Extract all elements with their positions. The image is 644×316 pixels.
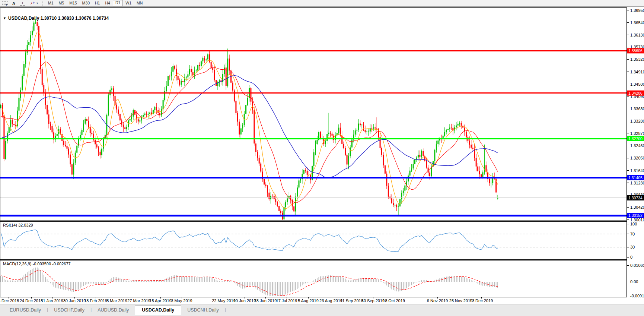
main-chart-panel[interactable] bbox=[0, 19, 627, 224]
timeframe-button-mn[interactable]: MN bbox=[134, 0, 145, 6]
date-tick-label: 5 Dec 2018 bbox=[0, 298, 19, 303]
tab-usdchf[interactable]: USDCHF,Daily bbox=[48, 306, 90, 315]
price-tick: 1.33280 bbox=[630, 119, 644, 123]
date-tick-label: 17 Jul 2019 bbox=[276, 298, 297, 303]
price-tag-label: 1.35606 bbox=[628, 48, 643, 53]
symbol-tabbar: EURUSD,Daily | USDCHF,Daily | AUDUSD,Dai… bbox=[0, 304, 644, 316]
text-icon: A bbox=[12, 1, 15, 6]
rsi-panel[interactable]: RSI(14) 32.0329 bbox=[0, 223, 627, 252]
tab-eurusd[interactable]: EURUSD,Daily bbox=[4, 306, 47, 315]
date-tick-label: 11 Jan 2019 bbox=[41, 298, 63, 303]
date-tick-label: 23 Aug 2019 bbox=[319, 298, 342, 303]
date-tick-label: 6 Nov 2019 bbox=[427, 298, 448, 303]
date-tick-label: 28 Jun 2019 bbox=[254, 298, 277, 303]
date-tick-label: 30 Jan 2019 bbox=[63, 298, 86, 303]
date-tick-label: 10 Jun 2019 bbox=[233, 298, 256, 303]
rsi-axis-tick: 0 bbox=[630, 255, 632, 259]
timeframe-button-w1[interactable]: W1 bbox=[123, 0, 134, 6]
timeframe-button-h1[interactable]: H1 bbox=[92, 0, 102, 6]
price-tag-label: 1.32700 bbox=[628, 136, 643, 141]
fibonacci-icon: F bbox=[2, 1, 8, 6]
price-tick: 1.35320 bbox=[630, 57, 644, 61]
price-tick: 1.31640 bbox=[630, 168, 644, 173]
tab-audusd[interactable]: AUDUSD,Daily bbox=[92, 306, 135, 315]
rsi-axis-tick: 100 bbox=[630, 222, 637, 226]
price-tick: 1.34500 bbox=[630, 82, 644, 86]
chart-dropdown-icon[interactable]: ▼ bbox=[3, 16, 6, 20]
price-tag-label: 1.31405 bbox=[628, 176, 643, 180]
timeframe-button-h4[interactable]: H4 bbox=[102, 0, 112, 6]
price-tick: 1.36950 bbox=[630, 8, 644, 13]
timeframe-button-m5[interactable]: M5 bbox=[56, 0, 67, 6]
date-tick-label: 11 Sep 2019 bbox=[340, 298, 363, 303]
label-icon: T bbox=[20, 1, 25, 6]
macd-axis-tick: -0.009181 bbox=[630, 294, 644, 297]
chart-title: ▼USDCAD,Daily 1.30710 1.30833 1.30676 1.… bbox=[3, 16, 109, 21]
price-tag-label: 1.30152 bbox=[628, 213, 643, 218]
label-tool-button[interactable]: T bbox=[17, 0, 28, 6]
arrows-icon bbox=[30, 1, 36, 6]
date-tick-label: 22 May 2019 bbox=[212, 298, 236, 303]
date-tick-label: 30 Sep 2019 bbox=[361, 298, 385, 303]
date-axis[interactable]: 5 Dec 201824 Dec 201811 Jan 201930 Jan 2… bbox=[0, 297, 644, 304]
timeframe-button-m15[interactable]: M15 bbox=[67, 0, 79, 6]
rsi-label: RSI(14) 32.0329 bbox=[3, 223, 33, 227]
date-tick-label: 18 Feb 2019 bbox=[84, 298, 107, 303]
timeframe-button-m30[interactable]: M30 bbox=[80, 0, 92, 6]
chart-area[interactable]: ▼USDCAD,Daily 1.30710 1.30833 1.30676 1.… bbox=[0, 7, 644, 297]
rsi-axis-tick: 70 bbox=[630, 232, 635, 236]
date-tick-label: 8 Mar 2019 bbox=[106, 298, 127, 303]
current-price-tag-label: 1.30734 bbox=[628, 196, 643, 200]
price-tick: 1.33680 bbox=[630, 107, 644, 111]
text-tool-button[interactable]: A bbox=[10, 0, 17, 6]
price-tick: 1.30010 bbox=[630, 218, 644, 222]
price-tick: 1.36540 bbox=[630, 20, 644, 25]
price-tick: 1.34910 bbox=[630, 70, 644, 74]
date-tick-label: 25 Nov 2019 bbox=[449, 298, 472, 303]
macd-axis-tick: 0.00 bbox=[630, 279, 638, 284]
date-tick-label: 24 Dec 2018 bbox=[20, 298, 43, 303]
price-tick: 1.32870 bbox=[630, 131, 644, 136]
macd-label: MACD(12,26,9) -0.003590 -0.002677 bbox=[3, 262, 71, 266]
macd-panel[interactable]: MACD(12,26,9) -0.003590 -0.002677 bbox=[1, 262, 498, 296]
fibonacci-tool-button[interactable]: F bbox=[0, 0, 10, 6]
date-tick-label: 15 Apr 2019 bbox=[149, 298, 171, 303]
toolbar-separator bbox=[42, 1, 43, 6]
symbol-title: USDCAD,Daily 1.30710 1.30833 1.30676 1.3… bbox=[8, 16, 109, 21]
tab-usdcad-active[interactable]: USDCAD,Daily bbox=[135, 306, 181, 315]
rsi-line bbox=[1, 230, 498, 252]
rsi-axis-tick: 30 bbox=[630, 245, 635, 249]
price-tick: 1.32460 bbox=[630, 143, 644, 148]
price-axis[interactable]: 1.369501.365401.361301.357301.353201.349… bbox=[627, 8, 644, 298]
price-tick: 1.31230 bbox=[630, 181, 644, 185]
date-tick-label: 3 May 2019 bbox=[171, 298, 192, 303]
price-tick: 1.36130 bbox=[630, 33, 644, 37]
fast-ma-line bbox=[1, 32, 498, 209]
mid-ma-line bbox=[1, 62, 498, 203]
date-tick-label: 18 Oct 2019 bbox=[383, 298, 405, 303]
price-tick: 1.30420 bbox=[630, 205, 644, 209]
macd-axis-tick: 0.010615 bbox=[630, 263, 644, 268]
top-toolbar: F A T ▾ M1M5M15M30H1H4D1W1MN bbox=[0, 0, 644, 7]
tab-separator: | bbox=[225, 307, 226, 312]
chevron-down-icon[interactable]: ▾ bbox=[36, 1, 38, 5]
date-tick-label: 13 Dec 2019 bbox=[470, 298, 493, 303]
date-tick-label: 27 Mar 2019 bbox=[127, 298, 150, 303]
tab-usdcnh[interactable]: USDCNH,Daily bbox=[181, 306, 225, 315]
timeframe-button-d1[interactable]: D1 bbox=[113, 0, 123, 6]
date-tick-label: 5 Aug 2019 bbox=[298, 298, 319, 303]
price-tag-label: 1.34206 bbox=[628, 91, 643, 95]
arrows-tool-button[interactable]: ▾ bbox=[28, 0, 40, 6]
price-tick: 1.32050 bbox=[630, 156, 644, 160]
timeframe-button-m1[interactable]: M1 bbox=[45, 0, 56, 6]
